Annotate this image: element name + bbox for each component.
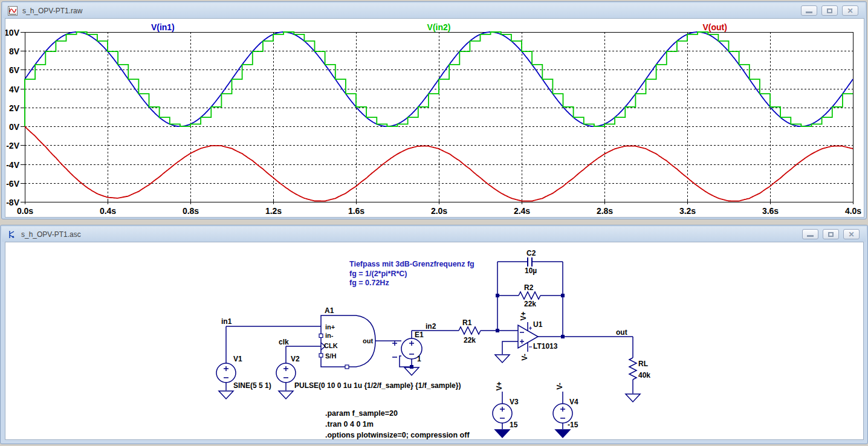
y-tick-label: 4V	[9, 85, 20, 94]
close-button-2[interactable]: ✕	[843, 229, 860, 239]
waveform-icon	[8, 6, 18, 16]
value-v4[interactable]: -15	[568, 421, 578, 429]
component-rl[interactable]	[629, 358, 636, 380]
value-r1[interactable]: 22k	[464, 336, 476, 344]
value-v2[interactable]: PULSE(0 10 0 1u 1u {1/2/f_sample} {1/f_s…	[294, 381, 461, 390]
label-e1[interactable]: E1	[415, 331, 424, 339]
y-tick-label: 6V	[9, 65, 20, 75]
x-tick-label: 3.6s	[762, 206, 779, 216]
x-tick-label: 0.0s	[17, 206, 33, 216]
net-label-clk[interactable]: clk	[279, 338, 289, 346]
label-r1[interactable]: R1	[462, 318, 472, 327]
label-v3[interactable]: V3	[510, 398, 519, 406]
schematic-canvas[interactable]: in1 clk in2 out A1 in+ in- CLK S/H out E…	[5, 242, 864, 440]
comment-line-3[interactable]: fg = 0.72Hz	[349, 279, 389, 287]
component-r2[interactable]	[519, 292, 540, 299]
minimize-button-2[interactable]	[802, 229, 818, 239]
pin-clk: CLK	[324, 342, 338, 349]
plot-area[interactable]: 10V8V6V4V2V0V-2V-4V-6V-8V0.0s0.4s0.8s1.2…	[5, 18, 864, 218]
value-u1[interactable]: LT1013	[533, 342, 558, 351]
label-v1[interactable]: V1	[233, 355, 242, 363]
restore-button[interactable]	[821, 5, 838, 16]
directive-options[interactable]: .options plotwinsize=0; compression off	[325, 431, 470, 439]
waveform-window: s_h_OPV-PT1.raw ✕ 10V8V6V4V2V0V-2V-4V-6V…	[1, 1, 867, 219]
label-r2[interactable]: R2	[524, 283, 534, 292]
y-tick-label: 10V	[5, 28, 20, 37]
component-r1[interactable]	[459, 327, 481, 334]
y-tick-label: 0V	[9, 122, 20, 132]
comment-line-1[interactable]: Tiefpass mit 3dB-Grenzfrequenz fg	[349, 260, 474, 268]
net-label-vminus-opamp[interactable]: V-	[520, 354, 529, 360]
x-tick-label: 2.0s	[431, 206, 447, 216]
minimize-button[interactable]	[801, 5, 817, 16]
x-tick-label: 3.2s	[679, 206, 696, 216]
label-a1[interactable]: A1	[325, 306, 334, 315]
component-v1[interactable]	[216, 363, 236, 383]
gnd-opamp[interactable]	[495, 355, 510, 363]
trace-label-vin2[interactable]: V(in2)	[427, 22, 451, 32]
gnd-v4[interactable]	[555, 430, 570, 438]
label-c2[interactable]: C2	[526, 249, 536, 257]
label-v4[interactable]: V4	[569, 398, 578, 406]
x-tick-label: 1.6s	[348, 206, 364, 216]
waveform-window-title: s_h_OPV-PT1.raw	[22, 7, 82, 15]
schematic-titlebar[interactable]: s_h_OPV-PT1.asc	[2, 227, 866, 242]
schematic-window: s_h_OPV-PT1.asc ✕	[0, 225, 868, 444]
y-tick-label: -2V	[6, 141, 19, 150]
directive-param[interactable]: .param f_sample=20	[325, 409, 398, 418]
label-rl[interactable]: RL	[638, 360, 648, 368]
comment-line-2[interactable]: fg = 1/(2*pi*R*C)	[349, 270, 407, 278]
pin-sh: S/H	[325, 352, 336, 360]
pin-out: out	[363, 337, 373, 344]
label-v2[interactable]: V2	[291, 355, 300, 363]
net-label-out[interactable]: out	[616, 328, 627, 337]
gnd-v3[interactable]	[495, 430, 510, 438]
waveform-titlebar[interactable]: s_h_OPV-PT1.raw	[3, 3, 865, 18]
waveform-plot: 10V8V6V4V2V0V-2V-4V-6V-8V0.0s0.4s0.8s1.2…	[5, 19, 864, 217]
net-label-vplus-opamp[interactable]: V+	[519, 311, 528, 320]
x-tick-label: 0.4s	[100, 206, 116, 216]
value-c2[interactable]: 10µ	[525, 267, 537, 275]
schematic-window-title: s_h_OPV-PT1.asc	[21, 230, 81, 239]
y-tick-label: 8V	[9, 47, 20, 56]
net-label-vminus-v4[interactable]: V-	[555, 383, 564, 389]
value-r2[interactable]: 22k	[524, 300, 536, 308]
gnd-rl[interactable]	[626, 394, 640, 402]
value-rl[interactable]: 40k	[638, 371, 650, 380]
gnd-v2[interactable]	[279, 391, 293, 399]
pin-in-plus: in+	[325, 323, 335, 331]
net-label-in2[interactable]: in2	[426, 322, 436, 331]
y-tick-label: 2V	[9, 103, 20, 113]
x-tick-label: 0.8s	[183, 206, 199, 216]
value-v3[interactable]: 15	[510, 421, 518, 429]
pin-in-minus: in-	[325, 332, 334, 339]
x-tick-label: 2.8s	[597, 206, 613, 216]
schematic-drawing: in1 clk in2 out A1 in+ in- CLK S/H out E…	[5, 242, 864, 441]
gnd-v1[interactable]	[219, 391, 233, 399]
directive-tran[interactable]: .tran 0 4 0 1m	[325, 420, 374, 428]
value-e1[interactable]: 1	[417, 355, 421, 363]
junctions	[410, 294, 565, 369]
component-c2[interactable]	[528, 257, 532, 267]
y-tick-label: -6V	[6, 179, 19, 189]
trace-label-vin1[interactable]: V(in1)	[151, 22, 175, 32]
net-label-vplus-v3[interactable]: V+	[495, 381, 504, 390]
x-tick-label: 2.4s	[514, 206, 530, 216]
close-button[interactable]: ✕	[842, 5, 858, 16]
y-tick-label: -4V	[6, 160, 19, 170]
x-tick-label: 4.0s	[845, 206, 861, 216]
net-label-in1[interactable]: in1	[221, 317, 232, 326]
x-tick-label: 1.2s	[265, 206, 282, 216]
component-v2[interactable]	[276, 363, 296, 383]
trace-label-vout[interactable]: V(out)	[702, 22, 727, 32]
value-v1[interactable]: SINE(5 5 1)	[233, 381, 271, 390]
label-u1[interactable]: U1	[533, 320, 543, 329]
schematic-icon	[7, 230, 16, 239]
restore-button-2[interactable]	[823, 229, 839, 239]
